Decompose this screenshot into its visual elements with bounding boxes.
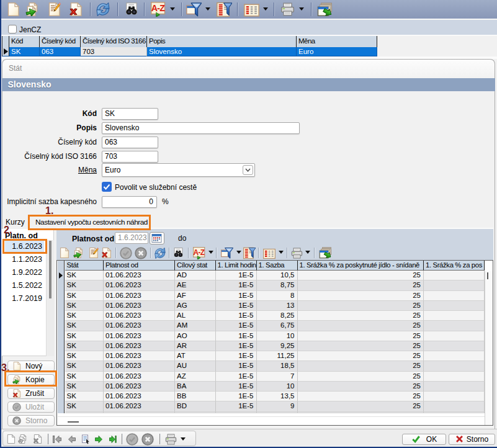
svg-text:A-Z: A-Z — [194, 248, 205, 257]
svg-text:A-Z: A-Z — [151, 3, 166, 13]
